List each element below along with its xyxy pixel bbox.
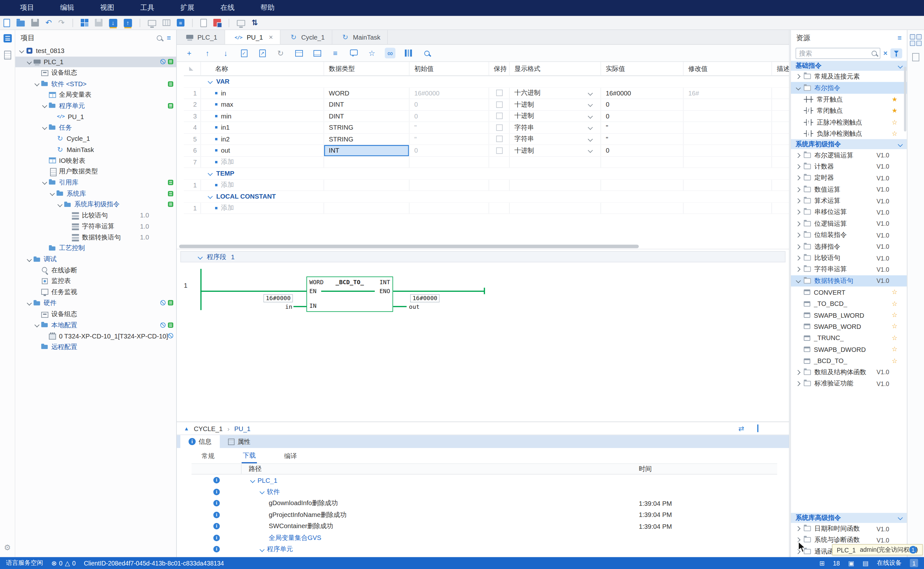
project-view-icon[interactable] [3, 34, 12, 43]
input-variable[interactable]: in [269, 304, 292, 310]
resource-group-item[interactable]: 比较语句V1.0 [791, 252, 907, 264]
resource-group-item[interactable]: 串移位运算V1.0 [791, 207, 907, 218]
row-number[interactable]: 6 [184, 145, 201, 156]
var-retain-cell[interactable] [489, 99, 510, 110]
var-retain-cell[interactable] [489, 122, 510, 133]
row-number[interactable]: 4 [184, 122, 201, 133]
var-row[interactable]: 7添加 [184, 157, 789, 168]
collapse-icon[interactable] [898, 63, 902, 68]
settings-gear-icon[interactable]: ⚙ [4, 543, 11, 551]
breadcrumb-item[interactable]: CYCLE_1 [194, 424, 223, 432]
network-header[interactable]: 程序段 1 [181, 251, 786, 262]
subtab-general[interactable]: 常规 [200, 449, 216, 463]
favorite-star-icon[interactable]: ★ [892, 107, 898, 115]
search-icon[interactable] [421, 48, 432, 58]
var-row[interactable]: 6outINT0十进制0 [184, 145, 789, 157]
expander-icon[interactable] [796, 85, 801, 90]
grid-icon[interactable]: ⊞ [819, 559, 825, 567]
log-row[interactable]: i全局变量集合GVS [191, 532, 777, 543]
var-type-cell[interactable]: DINT [324, 111, 410, 121]
var-group-row[interactable]: TEMP [184, 168, 789, 180]
expander-icon[interactable] [26, 59, 31, 64]
tree-item[interactable]: test_0813 [15, 45, 176, 56]
var-name-cell[interactable]: in [201, 87, 324, 98]
tree-item[interactable]: 字符串运算1.0 [15, 221, 176, 231]
expander-icon[interactable] [796, 256, 801, 260]
resource-section-header[interactable]: 系统库高级指令 [791, 513, 907, 523]
tree-item[interactable]: ↻MainTask [15, 144, 176, 155]
menu-item[interactable]: 项目 [7, 0, 47, 16]
expander-icon[interactable] [19, 49, 24, 53]
dropdown-icon[interactable] [587, 114, 592, 119]
monitor-icon[interactable]: ▣ [848, 559, 854, 567]
search-icon[interactable] [157, 35, 162, 41]
menu-item[interactable]: 工具 [127, 0, 168, 16]
layout-icon[interactable] [916, 41, 922, 46]
favorite-star-icon[interactable]: ☆ [892, 323, 898, 330]
export-document-icon[interactable] [257, 48, 267, 58]
move-down-icon[interactable]: ↓ [220, 48, 231, 58]
problem-counts[interactable]: ⊗ 0 △ 0 [52, 559, 76, 567]
expander-icon[interactable] [259, 490, 264, 494]
tree-item[interactable]: 设备组态 [15, 67, 176, 78]
var-type-cell[interactable]: STRING [324, 134, 410, 145]
var-type-cell[interactable]: STRING [324, 122, 410, 133]
var-actual-cell[interactable]: '' [601, 134, 683, 145]
expander-icon[interactable] [42, 103, 47, 108]
outline-view-icon[interactable] [4, 51, 11, 60]
tree-item[interactable]: 数据转换语句1.0 [15, 232, 176, 243]
var-modify-cell[interactable] [684, 145, 772, 156]
chart-icon[interactable] [403, 48, 414, 58]
favorite-star-icon[interactable]: ☆ [892, 129, 898, 137]
expander-icon[interactable] [42, 125, 47, 130]
tree-item[interactable]: 全局变量表 [15, 89, 176, 100]
online-icon[interactable]: ≡ [177, 19, 185, 26]
undo-icon[interactable]: ↶ [46, 18, 52, 27]
tree-item[interactable]: 硬件 [15, 298, 176, 309]
tree-item[interactable]: 调试 [15, 254, 176, 265]
var-name-cell[interactable]: in1 [201, 122, 324, 133]
doc-tab[interactable]: PLC_1 [177, 30, 225, 44]
var-actual-cell[interactable]: 0 [601, 99, 683, 110]
var-name-cell[interactable]: out [201, 145, 324, 156]
row-number[interactable]: 7 [184, 157, 201, 167]
var-format-cell[interactable]: 十进制 [510, 111, 601, 121]
expander-icon[interactable] [796, 244, 801, 249]
favorite-star-icon[interactable]: ☆ [892, 288, 898, 296]
var-row[interactable]: 2maxDINT0十进制0 [184, 99, 789, 111]
list-view-icon[interactable]: ≡ [330, 48, 341, 58]
var-modify-cell[interactable] [684, 99, 772, 110]
resource-group-item[interactable]: 布尔逻辑运算V1.0 [791, 149, 907, 161]
var-modify-cell[interactable] [684, 122, 772, 133]
log-row[interactable]: i软件 [191, 486, 777, 497]
close-tab-icon[interactable]: × [269, 33, 273, 41]
expander-icon[interactable] [796, 210, 801, 215]
save-all-icon[interactable] [95, 19, 102, 26]
retain-checkbox[interactable] [496, 101, 502, 108]
search-input[interactable]: 搜索 [796, 47, 881, 59]
check-document-icon[interactable] [239, 48, 249, 58]
retain-checkbox[interactable] [496, 147, 502, 154]
var-row[interactable]: 3minDINT0十进制0 [184, 111, 789, 122]
tree-item[interactable]: 设备组态 [15, 309, 176, 319]
resource-group-item[interactable]: 日期和时间函数V1.0 [791, 523, 907, 534]
output-monitor-value[interactable]: 16#0000 [410, 294, 440, 303]
row-number[interactable]: 1 [184, 180, 201, 190]
var-init-cell[interactable]: 0 [410, 111, 489, 121]
menu-item[interactable]: 在线 [208, 0, 248, 16]
resource-group-item[interactable]: 定时器V1.0 [791, 172, 907, 184]
expander-icon[interactable] [796, 153, 801, 157]
corner-cell[interactable] [184, 62, 201, 75]
resource-instruction-item[interactable]: /常闭触点★ [791, 105, 907, 117]
view-options-icon[interactable]: ≡ [167, 34, 171, 41]
add-variable-icon[interactable]: + [184, 48, 194, 58]
resource-group-item[interactable]: 数据转换语句V1.0 [791, 275, 907, 287]
insert-row-below-icon[interactable] [312, 48, 322, 58]
row-number[interactable]: 1 [184, 87, 201, 98]
splitter-handle[interactable] [757, 424, 759, 432]
resource-group-item[interactable]: 字符串运算V1.0 [791, 264, 907, 275]
insert-row-above-icon[interactable] [293, 48, 304, 58]
tree-item[interactable]: 系统库 [15, 188, 176, 199]
var-type-cell[interactable]: INT [324, 145, 410, 156]
var-name-cell[interactable]: in2 [201, 134, 324, 145]
